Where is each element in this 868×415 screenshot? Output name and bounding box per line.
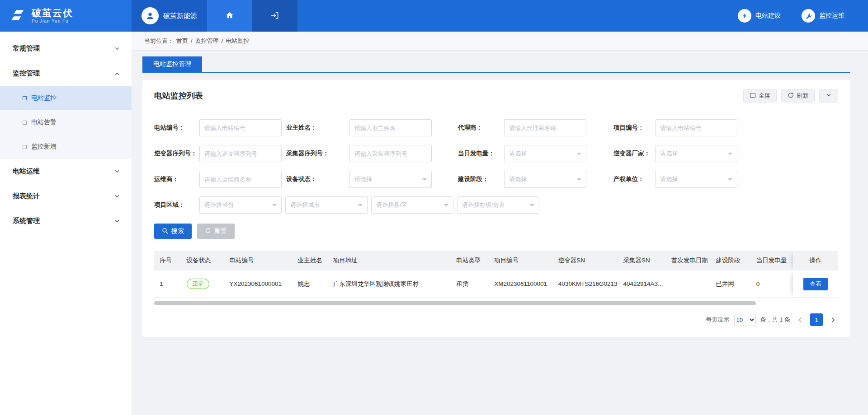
inverter-vendor-select[interactable]: 请选择: [655, 145, 737, 162]
table-header-index: 序号: [154, 256, 181, 265]
filter-label: 逆变器厂家：: [613, 149, 655, 158]
select-placeholder: 请选择: [660, 175, 678, 183]
tab-station-monitor-mgmt[interactable]: 电站监控管理: [142, 56, 202, 72]
company-name: 破茧新能源: [163, 12, 197, 20]
town-select[interactable]: 请选择村镇/街道: [457, 196, 539, 214]
status-badge: 正常: [187, 279, 209, 289]
search-button[interactable]: 搜索: [154, 224, 192, 239]
sidebar-subitem-label: 监控新增: [31, 143, 57, 151]
select-placeholder: 请选择省份: [204, 201, 234, 209]
collapse-button[interactable]: [819, 89, 838, 103]
ops-vendor-input[interactable]: [199, 171, 282, 188]
fullscreen-button[interactable]: 全屏: [743, 89, 777, 103]
logo-title: 破茧云伏: [32, 8, 73, 19]
refresh-icon: [788, 92, 794, 100]
logo-subtitle: Po Jian Yun Fu: [32, 19, 73, 24]
horizontal-scrollbar[interactable]: [154, 301, 756, 305]
cell-inverter-sn: 4030KMTS216G0213...: [553, 280, 618, 287]
cell-station-no: YX2023061000001: [224, 280, 292, 287]
page-1-button[interactable]: 1: [810, 313, 823, 326]
page-size-select[interactable]: 10: [734, 314, 756, 326]
chevron-down-icon: [272, 204, 277, 209]
project-no-input[interactable]: [655, 119, 737, 136]
filter-label: 代理商：: [458, 124, 504, 132]
square-bullet-icon: [23, 145, 27, 149]
station-table: 序号 设备状态 电站编号 业主姓名 项目地址 电站类型 项目编号 逆变器SN 采…: [154, 251, 838, 305]
view-button[interactable]: 查看: [803, 278, 828, 290]
sidebar-item-label: 系统管理: [13, 217, 40, 225]
panel-header: 电站监控列表 全屏 刷新: [154, 89, 838, 109]
property-unit-select[interactable]: 请选择: [655, 171, 737, 188]
prev-page-button[interactable]: [795, 314, 806, 325]
station-no-input[interactable]: [199, 119, 282, 136]
city-select[interactable]: 请选择城市: [285, 196, 368, 214]
sidebar-item-monitor-mgmt[interactable]: 监控管理: [0, 61, 132, 86]
wrench-icon: [802, 9, 815, 23]
breadcrumb: 当前位置： 首页 / 监控管理 / 电站监控: [132, 32, 868, 51]
nav-monitoring-ops[interactable]: 监控运维: [802, 9, 844, 23]
filter-project-no: 项目编号：: [613, 119, 742, 136]
table-header-daily-power: 当日发电量: [751, 256, 793, 265]
user-menu[interactable]: 破茧新能源: [132, 0, 207, 32]
reset-label: 重置: [214, 227, 227, 235]
search-icon: [162, 228, 168, 235]
refresh-label: 刷新: [797, 92, 808, 100]
nav-station-construction[interactable]: 电站建设: [738, 9, 781, 23]
refresh-button[interactable]: 刷新: [781, 89, 815, 103]
filter-collector-sn: 采集器序列号：: [286, 145, 458, 162]
reset-button[interactable]: 重置: [197, 224, 235, 239]
sidebar-item-report-stats[interactable]: 报表统计: [0, 184, 132, 209]
avatar: [142, 7, 159, 24]
cell-index: 1: [154, 280, 181, 287]
table-header-row: 序号 设备状态 电站编号 业主姓名 项目地址 电站类型 项目编号 逆变器SN 采…: [154, 251, 838, 270]
county-select[interactable]: 请选择县/区: [371, 196, 453, 214]
logout-button[interactable]: [252, 0, 297, 32]
pagination: 每页显示 10 条，共 1 条 1: [154, 313, 838, 326]
table-header-action: 操作: [793, 251, 838, 270]
sidebar-subitem-station-monitor[interactable]: 电站监控: [0, 86, 132, 110]
sidebar-item-regular-mgmt[interactable]: 常规管理: [0, 36, 132, 61]
fullscreen-icon: [750, 92, 756, 100]
chevron-down-icon: [114, 219, 120, 224]
agent-input[interactable]: [504, 119, 586, 136]
collector-sn-input[interactable]: [349, 145, 432, 162]
header-spacer: [297, 0, 738, 32]
select-placeholder: 请选择县/区: [376, 201, 407, 209]
next-page-button[interactable]: [827, 314, 838, 325]
sidebar-item-system-mgmt[interactable]: 系统管理: [0, 209, 132, 233]
search-label: 搜索: [171, 227, 184, 235]
table-header-station-type: 电站类型: [451, 256, 489, 265]
cell-action: 查看: [793, 270, 838, 297]
filter-actions: 搜索 重置: [154, 224, 838, 239]
chevron-down-icon: [728, 153, 732, 157]
main-content: 当前位置： 首页 / 监控管理 / 电站监控 电站监控管理 电站监控列表: [132, 32, 868, 415]
sidebar-item-station-ops[interactable]: 电站运维: [0, 159, 132, 184]
chevron-down-icon: [577, 178, 581, 183]
select-placeholder: 请选择: [509, 175, 527, 183]
table-header-project-no: 项目编号: [489, 256, 553, 265]
inverter-sn-input[interactable]: [199, 145, 282, 162]
table-header-first-power-date: 首次发电日期: [666, 256, 711, 265]
device-status-select[interactable]: 请选择: [349, 171, 432, 188]
daily-power-select[interactable]: 请选择: [504, 145, 586, 162]
owner-name-input[interactable]: [349, 119, 432, 136]
table-header-stage: 建设阶段: [710, 256, 750, 265]
table-header-collector-sn: 采集器SN: [618, 256, 665, 265]
province-select[interactable]: 请选择省份: [199, 196, 282, 214]
sidebar-subitem-monitor-add[interactable]: 监控新增: [0, 135, 132, 159]
sidebar-submenu-monitor: 电站监控 电站告警 监控新增: [0, 86, 132, 159]
home-button[interactable]: [207, 0, 252, 32]
build-stage-select[interactable]: 请选择: [504, 171, 586, 188]
sidebar-subitem-station-alarm[interactable]: 电站告警: [0, 110, 132, 135]
filter-label: 业主姓名：: [286, 124, 349, 132]
top-header: 破茧云伏 Po Jian Yun Fu 破茧新能源: [0, 0, 868, 32]
table-header-address: 项目地址: [328, 256, 451, 265]
filter-build-stage: 建设阶段： 请选择: [458, 171, 613, 188]
logo-icon: [11, 9, 26, 23]
filter-station-no: 电站编号：: [154, 119, 286, 136]
breadcrumb-monitor-mgmt[interactable]: 监控管理: [195, 37, 219, 45]
sidebar: 常规管理 监控管理 电站监控 电站告警: [0, 32, 132, 415]
breadcrumb-home[interactable]: 首页: [176, 37, 188, 45]
breadcrumb-separator: /: [191, 37, 193, 44]
chevron-down-icon: [114, 194, 120, 199]
